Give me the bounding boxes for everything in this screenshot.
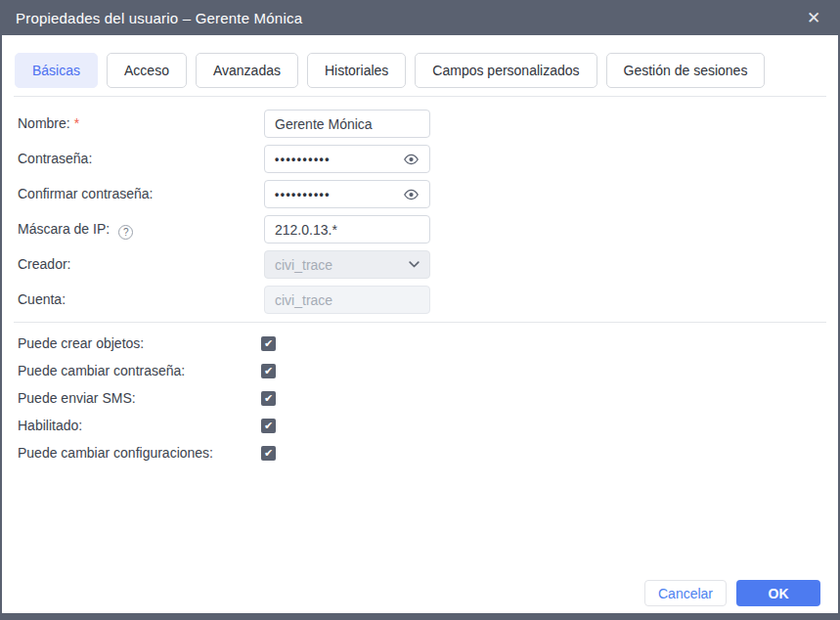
tab-gestion-de-sesiones[interactable]: Gestión de sesiones	[606, 53, 766, 88]
habilitado-checkbox[interactable]: ✔	[261, 419, 276, 433]
row-contrasena: Contraseña: ••••••••••	[16, 145, 824, 173]
checkbox-label: Puede cambiar configuraciones:	[18, 439, 213, 466]
close-icon: ✕	[807, 10, 820, 26]
nombre-input[interactable]: Gerente Mónica	[264, 110, 430, 138]
check-icon: ✔	[264, 448, 273, 459]
creador-select: civi_trace	[264, 250, 430, 279]
puede-enviar-sms-checkbox[interactable]: ✔	[261, 391, 276, 406]
row-cuenta: Cuenta: civi_trace	[16, 286, 824, 314]
tabbar-separator	[14, 96, 826, 97]
tab-avanzadas[interactable]: Avanzadas	[196, 53, 298, 88]
contrasena-label: Contraseña:	[18, 145, 92, 173]
required-asterisk: *	[74, 115, 79, 131]
user-properties-dialog: Propiedades del usuario – Gerente Mónica…	[0, 0, 840, 620]
confirmar-contrasena-input[interactable]: ••••••••••	[264, 180, 430, 208]
row-puede-enviar-sms: Puede enviar SMS: ✔	[16, 384, 824, 412]
tab-bar: Básicas Acceso Avanzadas Historiales Cam…	[15, 53, 765, 88]
row-puede-crear-objetos: Puede crear objetos: ✔	[16, 330, 824, 357]
masked-password: ••••••••••	[275, 188, 403, 201]
masked-password: ••••••••••	[275, 153, 403, 166]
tab-campos-personalizados[interactable]: Campos personalizados	[415, 53, 597, 88]
checkbox-label: Puede crear objetos:	[18, 330, 144, 357]
row-habilitado: Habilitado: ✔	[16, 412, 824, 439]
cancel-button[interactable]: Cancelar	[644, 580, 727, 606]
tab-historiales[interactable]: Historiales	[307, 53, 406, 88]
check-icon: ✔	[264, 393, 273, 404]
cuenta-label: Cuenta:	[18, 286, 66, 314]
check-icon: ✔	[264, 421, 273, 431]
show-password-icon[interactable]	[403, 189, 420, 200]
contrasena-input[interactable]: ••••••••••	[264, 145, 430, 173]
section-separator	[14, 322, 826, 323]
tab-acceso[interactable]: Acceso	[107, 53, 187, 88]
puede-cambiar-contrasena-checkbox[interactable]: ✔	[261, 364, 276, 378]
checkbox-label: Puede cambiar contraseña:	[18, 357, 185, 384]
row-creador: Creador: civi_trace	[16, 250, 824, 279]
check-icon: ✔	[264, 366, 273, 376]
row-puede-cambiar-configuraciones: Puede cambiar configuraciones: ✔	[16, 439, 824, 466]
row-puede-cambiar-contrasena: Puede cambiar contraseña: ✔	[16, 357, 824, 384]
cuenta-input: civi_trace	[264, 286, 430, 314]
creador-label: Creador:	[18, 250, 70, 279]
chevron-down-icon	[409, 261, 420, 268]
help-icon[interactable]: ?	[118, 225, 133, 240]
show-password-icon[interactable]	[403, 154, 420, 165]
puede-cambiar-configuraciones-checkbox[interactable]: ✔	[261, 446, 276, 461]
mascara-ip-input[interactable]: 212.0.13.*	[264, 215, 430, 244]
dialog-content: Básicas Acceso Avanzadas Historiales Cam…	[2, 35, 838, 613]
checkbox-label: Habilitado:	[18, 412, 82, 439]
puede-crear-objetos-checkbox[interactable]: ✔	[261, 336, 276, 351]
check-icon: ✔	[264, 338, 273, 349]
checkbox-label: Puede enviar SMS:	[18, 384, 136, 412]
confirmar-contrasena-label: Confirmar contraseña:	[18, 180, 154, 208]
row-mascara-ip: Máscara de IP:? 212.0.13.*	[16, 215, 824, 244]
row-nombre: Nombre:* Gerente Mónica	[16, 110, 824, 138]
nombre-label: Nombre:*	[18, 110, 79, 138]
dialog-titlebar: Propiedades del usuario – Gerente Mónica…	[0, 0, 840, 35]
row-confirmar-contrasena: Confirmar contraseña: ••••••••••	[16, 180, 824, 208]
close-button[interactable]: ✕	[803, 7, 824, 28]
ok-button[interactable]: OK	[736, 580, 820, 606]
dialog-title: Propiedades del usuario – Gerente Mónica	[16, 10, 803, 26]
mascara-ip-label: Máscara de IP:?	[18, 215, 133, 244]
tab-basicas[interactable]: Básicas	[15, 53, 98, 88]
